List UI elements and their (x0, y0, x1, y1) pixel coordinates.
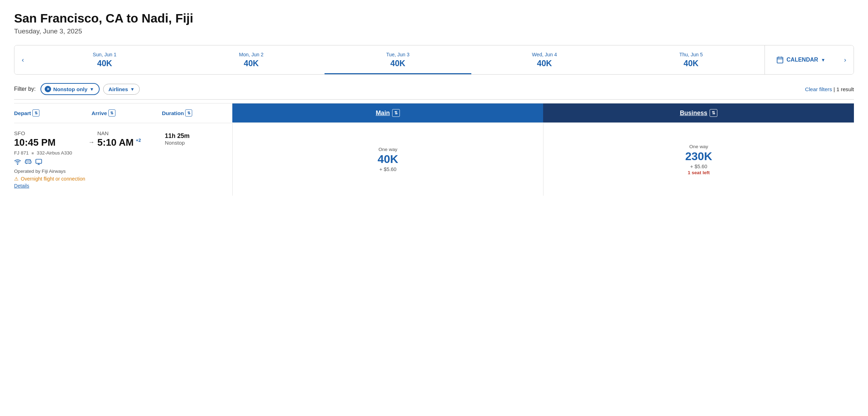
depart-sort-button[interactable]: Depart ⇅ (14, 109, 92, 116)
svg-rect-6 (36, 159, 42, 164)
nonstop-chevron-icon: ▼ (89, 87, 94, 92)
results-separator: | (834, 86, 836, 92)
nonstop-chip-label: Nonstop only (53, 86, 87, 92)
prev-date-button[interactable]: ‹ (14, 45, 31, 74)
arrive-header[interactable]: Arrive ⇅ (92, 105, 162, 121)
date-label-1: Mon, Jun 2 (239, 52, 264, 57)
date-label-2: Tue, Jun 3 (386, 52, 409, 57)
duration-column: 11h 25m Nonstop (165, 130, 232, 146)
next-date-button[interactable]: › (837, 45, 854, 74)
calendar-label: CALENDAR (787, 57, 818, 63)
arrive-time: 5:10 AM +2 (98, 137, 165, 148)
main-price-fee: + $5.60 (379, 166, 396, 172)
filter-bar: Filter by: ✕ Nonstop only ▼ Airlines ▼ C… (14, 83, 854, 95)
svg-rect-5 (25, 161, 31, 163)
duration-sort-icon: ⇅ (185, 109, 192, 116)
date-label-4: Thu, Jun 5 (679, 52, 703, 57)
arrive-label: Arrive (92, 110, 107, 116)
flight-number: FJ 871 (14, 150, 29, 156)
page-title: San Francisco, CA to Nadi, Fiji (14, 11, 854, 25)
date-item-0[interactable]: Sun, Jun 1 40K (31, 45, 178, 74)
arrive-column: NAN 5:10 AM +2 (98, 130, 165, 148)
svg-point-4 (17, 164, 18, 165)
dot-separator: ■ (32, 151, 34, 155)
wifi-icon (14, 158, 21, 167)
aircraft-type: 332-Airbus A330 (37, 150, 72, 156)
date-label-0: Sun, Jun 1 (93, 52, 117, 57)
depart-column: SFO 10:45 PM (14, 130, 88, 148)
filter-label: Filter by: (14, 86, 36, 92)
clear-filters-link[interactable]: Clear filters (805, 86, 832, 92)
remove-nonstop-icon[interactable]: ✕ (45, 86, 51, 92)
business-price-fee: + $5.60 (690, 164, 707, 169)
day-offset: +2 (136, 138, 141, 143)
arrive-sort-icon: ⇅ (108, 109, 115, 116)
business-column-header[interactable]: Business ⇅ (543, 103, 854, 122)
page-date: Tuesday, June 3, 2025 (14, 27, 854, 35)
flight-arrow: → (88, 130, 95, 146)
airlines-label: Airlines (108, 86, 128, 92)
business-one-way-label: One way (689, 144, 708, 149)
depart-label: Depart (14, 110, 31, 116)
main-label: Main (376, 109, 390, 117)
date-points-4: 40K (684, 59, 699, 68)
duration-label: Duration (162, 110, 184, 116)
seats-left-badge: 1 seat left (688, 170, 710, 175)
amenity-icons (14, 158, 42, 167)
main-price-points: 40K (378, 153, 398, 166)
airlines-filter-dropdown[interactable]: Airlines ▼ (103, 84, 140, 95)
stop-type: Nonstop (165, 140, 232, 146)
date-points-3: 40K (537, 59, 552, 68)
business-sort-icon: ⇅ (710, 109, 717, 117)
filter-divider (14, 99, 854, 100)
business-price-card[interactable]: One way 230K + $5.60 1 seat left (543, 123, 854, 196)
date-points-2: 40K (390, 59, 405, 68)
flight-row: SFO 10:45 PM → NAN 5:10 AM +2 11h 25m No… (14, 123, 854, 196)
flight-details: FJ 871 ■ 332-Airbus A330 (14, 150, 72, 156)
business-price-points: 230K (685, 150, 712, 163)
depart-airport: SFO (14, 130, 88, 136)
date-points-1: 40K (244, 59, 259, 68)
depart-time: 10:45 PM (14, 137, 88, 148)
nonstop-filter-chip[interactable]: ✕ Nonstop only ▼ (40, 83, 100, 95)
duration-sort-button[interactable]: Duration ⇅ (162, 109, 232, 116)
calendar-icon (776, 56, 784, 64)
svg-rect-0 (777, 57, 783, 63)
operated-by: Operated by Fiji Airways (14, 169, 66, 174)
main-price-card[interactable]: One way 40K + $5.60 (232, 123, 543, 196)
date-points-0: 40K (97, 59, 112, 68)
depart-header[interactable]: Depart ⇅ (14, 105, 92, 121)
flight-depart-arrive: SFO 10:45 PM → NAN 5:10 AM +2 11h 25m No… (14, 130, 232, 148)
arrive-sort-button[interactable]: Arrive ⇅ (92, 109, 162, 116)
date-item-3[interactable]: Wed, Jun 4 40K (471, 45, 618, 74)
details-link[interactable]: Details (14, 183, 29, 189)
header-spacer: Depart ⇅ Arrive ⇅ Duration ⇅ (14, 103, 232, 122)
seat-icon (25, 158, 32, 167)
warning-icon: ⚠ (14, 176, 19, 182)
clear-results-area: Clear filters | 1 result (805, 86, 854, 92)
main-column-header[interactable]: Main ⇅ (232, 103, 543, 122)
date-item-1[interactable]: Mon, Jun 2 40K (178, 45, 325, 74)
arrive-airport: NAN (98, 130, 165, 136)
entertainment-icon (35, 158, 42, 167)
results-header: Depart ⇅ Arrive ⇅ Duration ⇅ Main ⇅ Busi… (14, 103, 854, 123)
flight-info: SFO 10:45 PM → NAN 5:10 AM +2 11h 25m No… (14, 123, 232, 196)
date-items: Sun, Jun 1 40K Mon, Jun 2 40K Tue, Jun 3… (31, 45, 765, 74)
main-sort-icon: ⇅ (392, 109, 400, 117)
depart-sort-icon: ⇅ (32, 109, 39, 116)
date-item-4[interactable]: Thu, Jun 5 40K (618, 45, 765, 74)
duration-value: 11h 25m (165, 132, 232, 140)
overnight-warning: ⚠ Overnight flight or connection (14, 176, 85, 182)
calendar-chevron-icon: ▼ (821, 57, 825, 63)
date-item-2[interactable]: Tue, Jun 3 40K (325, 45, 471, 74)
date-label-3: Wed, Jun 4 (532, 52, 557, 57)
airlines-chevron-icon: ▼ (130, 87, 135, 92)
duration-header[interactable]: Duration ⇅ (162, 105, 232, 121)
results-count: 1 result (836, 86, 854, 92)
business-label: Business (680, 109, 707, 117)
main-one-way-label: One way (378, 147, 397, 152)
overnight-text: Overnight flight or connection (21, 176, 85, 182)
date-selector: ‹ Sun, Jun 1 40K Mon, Jun 2 40K Tue, Jun… (14, 45, 854, 75)
calendar-button[interactable]: CALENDAR ▼ (765, 45, 837, 74)
